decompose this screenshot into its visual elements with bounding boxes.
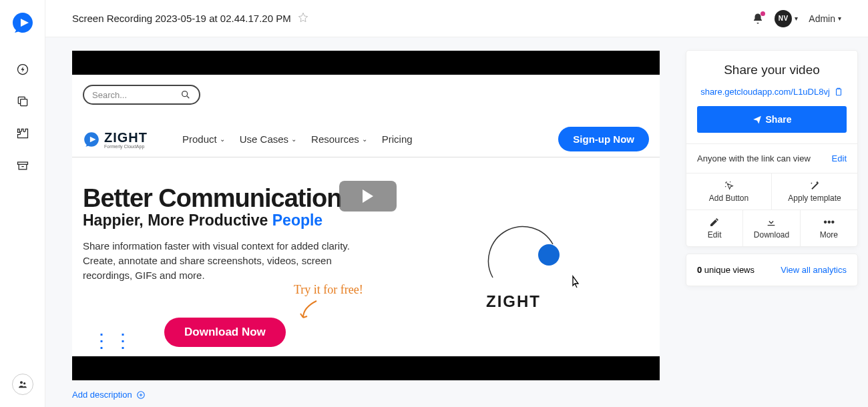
view-analytics-link[interactable]: View all analytics — [781, 265, 847, 275]
handdrawn-arrow-icon — [296, 298, 323, 324]
download-icon — [766, 217, 777, 228]
share-title: Share your video — [686, 51, 857, 84]
svg-rect-2 — [17, 162, 27, 164]
unique-views-text: 0 unique views — [697, 265, 754, 275]
admin-label: Admin — [809, 13, 835, 24]
svg-point-3 — [20, 381, 23, 384]
puzzle-icon[interactable] — [16, 127, 29, 140]
permission-text: Anyone with the link can view — [697, 153, 811, 163]
people-icon[interactable] — [12, 374, 33, 395]
topbar: Screen Recording 2023-05-19 at 02.44.17.… — [45, 0, 868, 37]
video-player[interactable]: Search... Contact Support Login — [72, 51, 660, 380]
app-logo-icon[interactable] — [11, 11, 35, 35]
notifications-bell-icon[interactable] — [752, 13, 764, 25]
play-button[interactable] — [339, 181, 397, 212]
wand-icon — [809, 180, 820, 191]
plus-circle-icon — [136, 390, 146, 400]
permission-row: Anyone with the link can view Edit — [686, 143, 857, 173]
archive-icon[interactable] — [16, 159, 29, 172]
more-action[interactable]: ••• More — [801, 210, 857, 246]
main-area: Screen Recording 2023-05-19 at 02.44.17.… — [45, 0, 868, 407]
favorite-star-icon[interactable] — [298, 12, 308, 25]
download-action[interactable]: Download — [743, 210, 800, 246]
recorded-top-links: Contact Support Login — [513, 85, 650, 97]
recorded-search-input: Search... — [83, 85, 200, 105]
cursor-click-icon — [724, 180, 734, 191]
zight-logo-icon — [83, 131, 100, 148]
share-sidebar: Share your video share.getcloudapp.com/L… — [686, 51, 857, 407]
recorded-cursor-icon — [569, 275, 581, 293]
svg-rect-1 — [20, 99, 27, 106]
search-icon — [180, 89, 191, 100]
apply-template-action[interactable]: Apply template — [772, 173, 857, 210]
add-description-link[interactable]: Add description — [72, 390, 660, 400]
svg-point-5 — [182, 91, 188, 97]
edit-action[interactable]: Edit — [686, 210, 743, 246]
add-button-action[interactable]: Add Button — [686, 173, 772, 210]
left-nav-rail — [0, 0, 45, 407]
share-card: Share your video share.getcloudapp.com/L… — [686, 51, 857, 246]
ellipsis-icon: ••• — [823, 217, 834, 228]
pencil-icon — [709, 217, 720, 228]
page-title: Screen Recording 2023-05-19 at 02.44.17.… — [72, 13, 291, 24]
svg-rect-7 — [836, 89, 841, 95]
send-icon — [752, 115, 762, 124]
bolt-icon[interactable] — [16, 63, 29, 76]
permission-edit-link[interactable]: Edit — [832, 153, 847, 163]
share-url-link[interactable]: share.getcloudapp.com/L1uDL8vj — [686, 84, 857, 106]
share-button[interactable]: Share — [697, 106, 847, 133]
recorded-nav: ZIGHT Formerly CloudApp Product ⌄ Use Ca… — [72, 121, 660, 157]
admin-menu[interactable]: Admin ▾ — [809, 13, 841, 24]
svg-point-4 — [23, 382, 25, 384]
video-column: Search... Contact Support Login — [72, 51, 660, 407]
avatar: NV — [775, 10, 792, 27]
user-avatar-menu[interactable]: NV ▾ — [775, 10, 798, 27]
copy-icon[interactable] — [16, 95, 29, 108]
notification-dot-icon — [761, 11, 765, 16]
clipboard-icon — [834, 87, 843, 97]
analytics-card: 0 unique views View all analytics — [686, 254, 857, 286]
